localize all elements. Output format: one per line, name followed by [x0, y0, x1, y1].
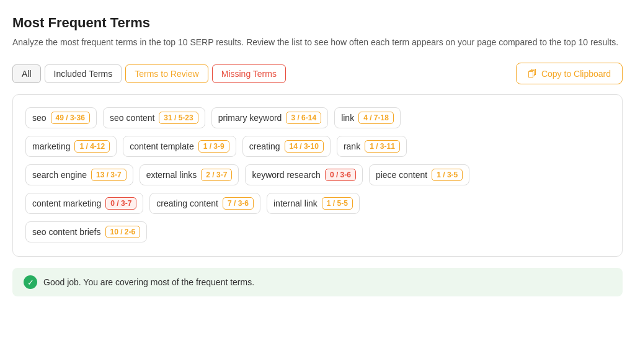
term-word: creating content [156, 198, 218, 208]
page-title: Most Frequent Terms [12, 15, 623, 31]
term-chip[interactable]: search engine13 / 3-7 [25, 164, 133, 185]
status-bar: ✓ Good job. You are covering most of the… [12, 268, 623, 296]
term-badge: 0 / 3-7 [105, 197, 136, 210]
terms-row: seo49 / 3-36seo content31 / 5-23primary … [25, 107, 610, 128]
term-chip[interactable]: marketing1 / 4-12 [25, 136, 117, 157]
term-chip[interactable]: internal link1 / 5-5 [267, 193, 360, 214]
status-message: Good job. You are covering most of the f… [43, 277, 254, 287]
term-word: marketing [32, 141, 70, 151]
term-badge: 13 / 3-7 [91, 169, 127, 181]
term-chip[interactable]: creating14 / 3-10 [242, 136, 331, 157]
term-badge: 2 / 3-7 [201, 169, 232, 181]
term-word: seo content briefs [32, 227, 101, 237]
term-word: internal link [273, 198, 318, 208]
terms-container: seo49 / 3-36seo content31 / 5-23primary … [12, 94, 623, 257]
term-chip[interactable]: rank1 / 3-11 [337, 136, 407, 157]
tab-included[interactable]: Included Terms [45, 64, 122, 83]
term-word: seo content [110, 113, 154, 123]
term-word: external links [146, 170, 197, 180]
tab-all[interactable]: All [12, 64, 41, 83]
tab-review[interactable]: Terms to Review [125, 64, 208, 83]
term-badge: 14 / 3-10 [285, 140, 324, 153]
copy-icon: 🗍 [528, 68, 537, 79]
term-word: search engine [32, 170, 87, 180]
term-badge: 49 / 3-36 [51, 112, 90, 124]
terms-row: seo content briefs10 / 2-6 [25, 221, 610, 242]
terms-row: search engine13 / 3-7external links2 / 3… [25, 164, 610, 185]
term-badge: 10 / 2-6 [105, 226, 141, 238]
term-chip[interactable]: seo49 / 3-36 [25, 107, 97, 128]
term-badge: 1 / 3-11 [365, 140, 400, 153]
term-word: piece content [376, 170, 427, 180]
term-chip[interactable]: content template1 / 3-9 [123, 136, 236, 157]
term-word: keyword research [252, 170, 321, 180]
term-chip[interactable]: seo content31 / 5-23 [103, 107, 205, 128]
term-badge: 1 / 3-5 [432, 169, 463, 181]
filter-bar: All Included Terms Terms to Review Missi… [12, 63, 623, 84]
term-chip[interactable]: creating content7 / 3-6 [149, 193, 260, 214]
term-badge: 1 / 4-12 [74, 140, 110, 153]
term-chip[interactable]: keyword research0 / 3-6 [245, 164, 363, 185]
terms-row: marketing1 / 4-12content template1 / 3-9… [25, 136, 610, 157]
term-chip[interactable]: external links2 / 3-7 [140, 164, 239, 185]
term-word: link [341, 113, 354, 123]
term-badge: 3 / 6-14 [286, 112, 321, 124]
page-description: Analyze the most frequent terms in the t… [12, 36, 623, 49]
term-badge: 1 / 5-5 [322, 197, 353, 210]
term-word: creating [249, 141, 280, 151]
tab-missing[interactable]: Missing Terms [212, 64, 286, 83]
term-badge: 1 / 3-9 [198, 140, 229, 153]
copy-label: Copy to Clipboard [541, 69, 611, 79]
term-badge: 7 / 3-6 [223, 197, 254, 210]
success-icon: ✓ [24, 275, 37, 289]
term-badge: 4 / 7-18 [358, 112, 394, 124]
term-chip[interactable]: link4 / 7-18 [334, 107, 401, 128]
term-word: seo [32, 113, 47, 123]
term-word: rank [344, 141, 360, 151]
term-word: content marketing [32, 198, 101, 208]
term-word: content template [130, 141, 194, 151]
filter-tabs: All Included Terms Terms to Review Missi… [12, 64, 286, 83]
copy-to-clipboard-button[interactable]: 🗍 Copy to Clipboard [516, 63, 623, 84]
term-chip[interactable]: content marketing0 / 3-7 [25, 193, 143, 214]
term-chip[interactable]: primary keyword3 / 6-14 [211, 107, 328, 128]
term-word: primary keyword [218, 113, 282, 123]
term-chip[interactable]: piece content1 / 3-5 [369, 164, 469, 185]
term-badge: 0 / 3-6 [325, 169, 356, 181]
terms-row: content marketing0 / 3-7creating content… [25, 193, 610, 214]
term-chip[interactable]: seo content briefs10 / 2-6 [25, 221, 147, 242]
term-badge: 31 / 5-23 [159, 112, 198, 124]
